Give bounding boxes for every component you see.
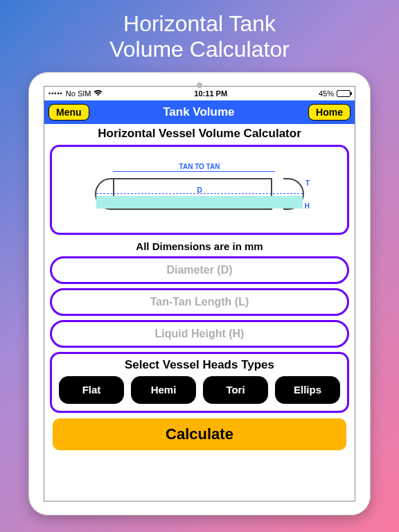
diameter-field[interactable]: Diameter (D) [50, 256, 349, 284]
head-option-flat[interactable]: Flat [59, 376, 124, 404]
length-field[interactable]: Tan-Tan Length (L) [50, 288, 349, 316]
status-left: ••••• No SIM [48, 89, 103, 98]
diagram-t-label: T [305, 179, 310, 187]
battery-percent: 45% [319, 89, 334, 98]
nav-bar: Menu Tank Volume Home [44, 100, 355, 124]
status-right: 45% [319, 89, 351, 98]
head-option-ellips[interactable]: Ellips [275, 376, 340, 404]
heads-row: Flat Hemi Tori Ellips [59, 376, 340, 404]
diameter-placeholder: Diameter (D) [166, 264, 232, 276]
promo-background: Horizontal Tank Volume Calculator ••••• … [0, 0, 399, 532]
diagram-tan-label: TAN TO TAN [92, 163, 307, 170]
tank-diagram: TAN TO TAN D T H [92, 159, 307, 221]
wifi-icon [94, 89, 103, 98]
heads-title: Select Vessel Heads Types [59, 358, 340, 372]
height-placeholder: Liquid Height (H) [155, 328, 245, 340]
diagram-d-label: D [92, 186, 307, 194]
head-option-tori[interactable]: Tori [203, 376, 268, 404]
menu-button[interactable]: Menu [48, 104, 89, 121]
length-placeholder: Tan-Tan Length (L) [150, 296, 249, 308]
height-field[interactable]: Liquid Height (H) [50, 320, 349, 348]
carrier-label: No SIM [66, 89, 91, 98]
diagram-panel: TAN TO TAN D T H [50, 145, 349, 235]
diagram-h-label: H [305, 202, 310, 210]
content-area: Horizontal Vessel Volume Calculator TAN … [44, 124, 355, 501]
hero-line1: Horizontal Tank [109, 11, 290, 37]
clock: 10:11 PM [194, 89, 227, 98]
app-screen: ••••• No SIM 10:11 PM 45% Menu Tank Volu… [44, 86, 355, 502]
page-title: Horizontal Vessel Volume Calculator [50, 127, 349, 141]
head-option-hemi[interactable]: Hemi [131, 376, 196, 404]
device-frame: ••••• No SIM 10:11 PM 45% Menu Tank Volu… [28, 72, 371, 515]
hero-title: Horizontal Tank Volume Calculator [109, 0, 290, 72]
battery-icon [337, 90, 351, 97]
home-button[interactable]: Home [308, 104, 351, 121]
nav-title: Tank Volume [163, 105, 234, 119]
diagram-tan-arrow [113, 171, 275, 172]
signal-dots-icon: ••••• [48, 90, 63, 97]
heads-panel: Select Vessel Heads Types Flat Hemi Tori… [50, 352, 349, 413]
liquid-fill-icon [96, 196, 303, 209]
status-bar: ••••• No SIM 10:11 PM 45% [44, 87, 355, 100]
hero-line2: Volume Calculator [109, 37, 290, 62]
dimensions-note: All Dimensions are in mm [50, 240, 349, 252]
calculate-button[interactable]: Calculate [53, 418, 346, 450]
